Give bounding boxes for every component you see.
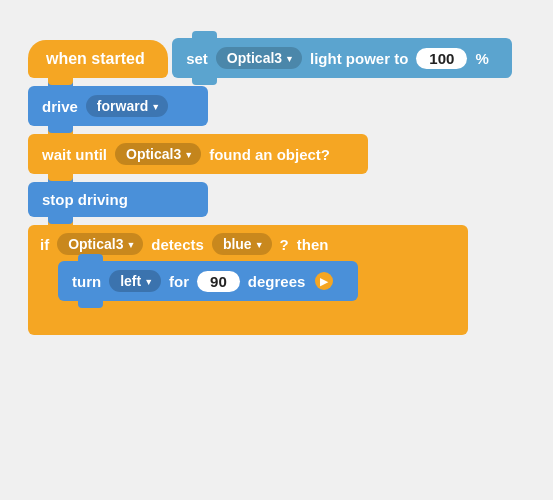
dropdown-arrow-4: ▼: [126, 240, 135, 250]
power-value[interactable]: 100: [416, 48, 467, 69]
play-icon[interactable]: ▶: [315, 272, 333, 290]
turn-dir-dropdown[interactable]: left ▼: [109, 270, 161, 292]
wait-block: wait until Optical3 ▼ found an object?: [28, 134, 368, 174]
degrees-label: degrees: [248, 273, 306, 290]
color-dropdown[interactable]: blue ▼: [212, 233, 272, 255]
if-block: if Optical3 ▼ detects blue ▼ ? then turn: [28, 225, 468, 335]
wait-label: wait until: [42, 146, 107, 163]
set-block: set Optical3 ▼ light power to 100 %: [172, 38, 512, 78]
blocks-container: when started set Optical3 ▼ light power …: [20, 20, 533, 335]
detects-label: detects: [151, 236, 204, 253]
dropdown-arrow-1: ▼: [285, 54, 294, 64]
when-started-block: when started: [28, 40, 168, 78]
turn-block: turn left ▼ for 90 degrees ▶: [58, 261, 358, 301]
question-mark: ?: [280, 236, 289, 253]
dropdown-arrow-2: ▼: [151, 102, 160, 112]
turn-label: turn: [72, 273, 101, 290]
degrees-value[interactable]: 90: [197, 271, 240, 292]
set-text: light power to: [310, 50, 408, 67]
drive-label: drive: [42, 98, 78, 115]
if-label: if: [40, 236, 49, 253]
stop-block: stop driving: [28, 182, 208, 217]
percent-label: %: [475, 50, 488, 67]
then-label: then: [297, 236, 329, 253]
set-label: set: [186, 50, 208, 67]
forward-dropdown[interactable]: forward ▼: [86, 95, 168, 117]
for-label: for: [169, 273, 189, 290]
if-header: if Optical3 ▼ detects blue ▼ ? then: [40, 233, 454, 255]
optical3-dropdown-3[interactable]: Optical3 ▼: [57, 233, 143, 255]
drive-block: drive forward ▼: [28, 86, 208, 126]
dropdown-arrow-3: ▼: [184, 150, 193, 160]
dropdown-arrow-5: ▼: [255, 240, 264, 250]
if-bottom-cap: [40, 307, 454, 321]
stop-label: stop driving: [42, 191, 128, 208]
when-started-label: when started: [46, 50, 145, 67]
if-body: turn left ▼ for 90 degrees ▶: [58, 261, 454, 301]
optical3-dropdown-2[interactable]: Optical3 ▼: [115, 143, 201, 165]
dropdown-arrow-6: ▼: [144, 277, 153, 287]
optical3-dropdown-1[interactable]: Optical3 ▼: [216, 47, 302, 69]
wait-text: found an object?: [209, 146, 330, 163]
